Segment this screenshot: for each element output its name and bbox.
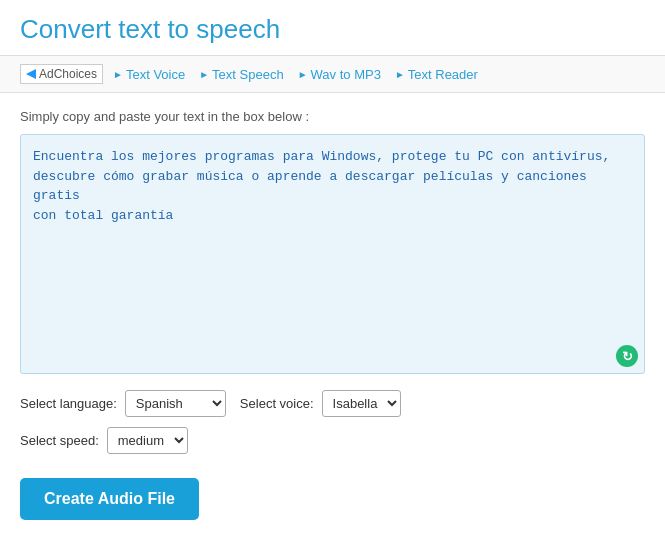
speed-group: Select speed: slow medium fast [20,427,188,454]
language-select[interactable]: Spanish English French German Italian Po… [125,390,226,417]
nav-link-wav-to-mp3[interactable]: ► Wav to MP3 [294,65,385,84]
instruction-text: Simply copy and paste your text in the b… [20,109,645,124]
voice-label: Select voice: [240,396,314,411]
textarea-wrapper: ↻ [20,134,645,374]
nav-link-label: Text Reader [408,67,478,82]
speed-label: Select speed: [20,433,99,448]
nav-arrow-icon: ► [199,69,209,80]
language-label: Select language: [20,396,117,411]
controls-row: Select language: Spanish English French … [20,390,645,417]
adchoices-link[interactable]: AdChoices [20,64,103,84]
speed-select[interactable]: slow medium fast [107,427,188,454]
create-audio-button[interactable]: Create Audio File [20,478,199,520]
nav-arrow-icon: ► [113,69,123,80]
nav-bar: AdChoices ► Text Voice ► Text Speech ► W… [0,56,665,93]
page-title: Convert text to speech [20,14,645,45]
main-content: Simply copy and paste your text in the b… [0,93,665,536]
nav-link-label: Text Voice [126,67,185,82]
nav-arrow-icon: ► [395,69,405,80]
nav-arrow-icon: ► [298,69,308,80]
speed-row: Select speed: slow medium fast [20,427,645,454]
voice-group: Select voice: Isabella Carlos Maria [240,390,401,417]
nav-link-text-reader[interactable]: ► Text Reader [391,65,482,84]
adchoices-label: AdChoices [39,67,97,81]
adchoices-icon [26,69,36,79]
nav-link-text-voice[interactable]: ► Text Voice [109,65,189,84]
nav-link-label: Text Speech [212,67,284,82]
nav-link-label: Wav to MP3 [311,67,381,82]
language-group: Select language: Spanish English French … [20,390,226,417]
refresh-icon[interactable]: ↻ [616,345,638,367]
voice-select[interactable]: Isabella Carlos Maria [322,390,401,417]
nav-link-text-speech[interactable]: ► Text Speech [195,65,287,84]
text-input[interactable] [23,137,642,367]
page-header: Convert text to speech [0,0,665,56]
